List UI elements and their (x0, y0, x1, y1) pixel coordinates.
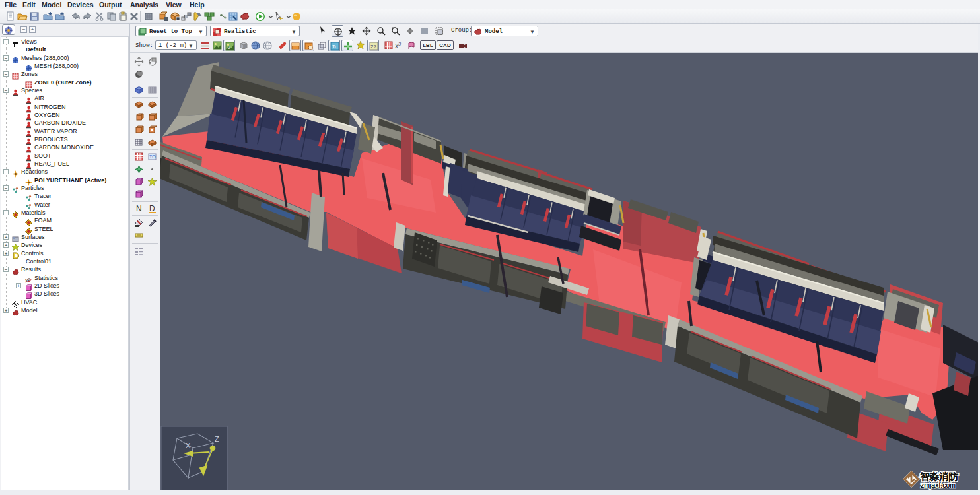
svg-text:TO: TO (149, 154, 156, 159)
svg-text:D: D (149, 204, 155, 213)
svg-text:智淼消防: 智淼消防 (919, 471, 959, 482)
svg-text:Z: Z (215, 435, 219, 443)
svg-text:X: X (186, 442, 191, 449)
svg-text:N: N (136, 204, 142, 213)
svg-text:zmjaxf.com: zmjaxf.com (921, 481, 956, 489)
